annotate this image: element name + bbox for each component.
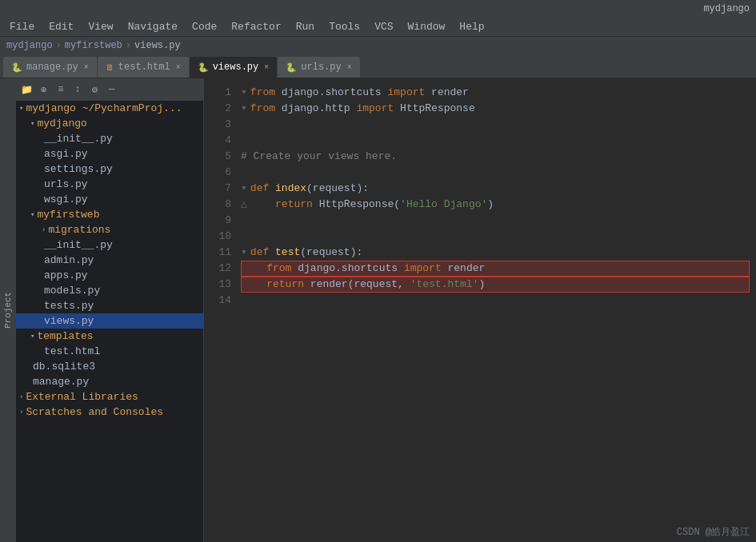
tree-item[interactable]: models.py xyxy=(16,283,203,298)
breadcrumb-part-2[interactable]: views.py xyxy=(134,40,181,51)
code-line: ▾def index(request): xyxy=(241,181,750,197)
menu-item-edit[interactable]: Edit xyxy=(42,19,80,34)
tree-indent xyxy=(19,361,30,373)
tree-item[interactable]: settings.py xyxy=(16,161,203,177)
token-normal xyxy=(250,197,275,213)
token-kw: import xyxy=(356,101,394,117)
tree-item[interactable]: test.html xyxy=(16,344,203,359)
code-line xyxy=(241,229,750,245)
code-line: return render(request, 'test.html') xyxy=(241,277,750,293)
tree-indent xyxy=(19,254,42,266)
tree-item-label: templates xyxy=(37,330,93,342)
tree-item-label: Scratches and Consoles xyxy=(26,406,163,418)
breadcrumb-separator: › xyxy=(126,40,131,51)
tab-close-button[interactable]: × xyxy=(264,63,269,72)
sidebar-locate-icon[interactable]: ⊕ xyxy=(38,82,50,98)
sidebar-sort-icon[interactable]: ↕ xyxy=(71,82,83,97)
tree-item[interactable]: ›External Libraries xyxy=(16,389,203,405)
tree-item[interactable]: asgi.py xyxy=(16,146,203,161)
menu-item-tools[interactable]: Tools xyxy=(322,19,366,34)
tree-item-label: admin.py xyxy=(44,254,94,266)
token-fold: ▾ xyxy=(241,245,247,261)
menu-item-view[interactable]: View xyxy=(82,19,119,34)
folder-arrow-icon: ▾ xyxy=(19,104,23,113)
tab-close-button[interactable]: × xyxy=(84,63,89,72)
tree-item[interactable]: tests.py xyxy=(16,298,203,313)
tree-item-label: wsgi.py xyxy=(44,193,88,205)
menu-item-window[interactable]: Window xyxy=(402,19,452,34)
py-file-icon: 🐍 xyxy=(198,62,209,73)
tree-indent xyxy=(19,376,30,388)
menu-item-code[interactable]: Code xyxy=(186,19,223,34)
breadcrumb-part-1[interactable]: myfirstweb xyxy=(65,40,122,51)
tree-item-label: myfirstweb xyxy=(37,209,99,221)
tree-item[interactable]: db.sqlite3 xyxy=(16,359,203,374)
tree-item[interactable]: ▾mydjango xyxy=(16,116,203,131)
line-number: 6 xyxy=(204,165,231,181)
folder-arrow-icon: ▾ xyxy=(30,332,34,341)
folder-arrow-icon: ▾ xyxy=(30,210,34,219)
tab-urls-py[interactable]: 🐍urls.py× xyxy=(278,57,359,78)
token-normal: ) xyxy=(478,277,485,293)
project-panel-label[interactable]: Project xyxy=(0,78,16,542)
menu-item-refactor[interactable]: Refactor xyxy=(225,19,287,34)
menu-item-run[interactable]: Run xyxy=(290,19,321,34)
tree-item[interactable]: ▾templates xyxy=(16,329,203,344)
sidebar-settings-icon[interactable]: ⚙ xyxy=(89,82,101,98)
token-normal xyxy=(242,261,266,277)
tab-label: manage.py xyxy=(26,62,78,73)
line-numbers: 1234567891011121314 xyxy=(204,78,238,542)
tree-item[interactable]: views.py xyxy=(16,313,203,329)
token-kw: return xyxy=(266,277,304,293)
token-kw: def xyxy=(250,245,269,261)
tree-item[interactable]: ▾mydjango ~/PycharmProj... xyxy=(16,101,203,116)
code-line: △ return HttpResponse('Hello Django') xyxy=(241,197,750,213)
tab-close-button[interactable]: × xyxy=(176,63,181,72)
code-line: # Create your views here. xyxy=(241,149,750,165)
token-normal: django.shortcuts xyxy=(291,261,403,277)
tree-item[interactable]: wsgi.py xyxy=(16,192,203,207)
token-fold: ▾ xyxy=(241,181,247,197)
menu-bar: FileEditViewNavigateCodeRefactorRunTools… xyxy=(0,18,756,37)
sidebar-collapse-icon[interactable]: ≡ xyxy=(54,82,66,97)
code-line: ▾def test(request): xyxy=(241,245,750,261)
tab-close-button[interactable]: × xyxy=(347,63,352,72)
tree-item-label: urls.py xyxy=(44,178,88,190)
tree-item[interactable]: urls.py xyxy=(16,177,203,192)
tab-views-py[interactable]: 🐍views.py× xyxy=(190,57,278,78)
tree-item-label: apps.py xyxy=(44,269,88,281)
code-line xyxy=(241,293,750,309)
tab-label: urls.py xyxy=(301,62,341,73)
menu-item-navigate[interactable]: Navigate xyxy=(122,19,184,34)
sidebar-minimize-icon[interactable]: — xyxy=(106,82,118,97)
menu-item-file[interactable]: File xyxy=(3,19,41,34)
tab-manage-py[interactable]: 🐍manage.py× xyxy=(3,57,97,78)
token-normal: ) xyxy=(487,197,494,213)
tree-item[interactable]: admin.py xyxy=(16,253,203,268)
menu-item-vcs[interactable]: VCS xyxy=(368,19,399,34)
tree-item[interactable]: __init__.py xyxy=(16,237,203,253)
token-normal: (request): xyxy=(300,245,362,261)
tree-item[interactable]: ▾myfirstweb xyxy=(16,207,203,222)
line-number: 2 xyxy=(204,101,231,117)
token-fn: test xyxy=(275,245,300,261)
code-content[interactable]: ▾from django.shortcuts import render▾fro… xyxy=(238,78,756,542)
line-number: 1 xyxy=(204,85,231,101)
line-number: 12 xyxy=(204,261,231,277)
title-text: mydjango xyxy=(703,3,750,14)
tree-indent xyxy=(19,148,42,160)
tree-item-label: External Libraries xyxy=(26,391,138,403)
token-kw: import xyxy=(404,261,442,277)
tree-item-label: test.html xyxy=(44,345,100,357)
code-line: ▾from django.shortcuts import render xyxy=(241,85,750,101)
tab-test-html[interactable]: 🗎test.html× xyxy=(98,57,189,78)
code-line xyxy=(241,165,750,181)
menu-item-help[interactable]: Help xyxy=(453,19,490,34)
tree-item[interactable]: ›migrations xyxy=(16,222,203,237)
tree-indent xyxy=(19,178,42,190)
tree-item[interactable]: ›Scratches and Consoles xyxy=(16,405,203,420)
tree-item[interactable]: apps.py xyxy=(16,268,203,283)
tree-item[interactable]: __init__.py xyxy=(16,131,203,146)
tree-item[interactable]: manage.py xyxy=(16,374,203,389)
breadcrumb-part-0[interactable]: mydjango xyxy=(6,40,53,51)
